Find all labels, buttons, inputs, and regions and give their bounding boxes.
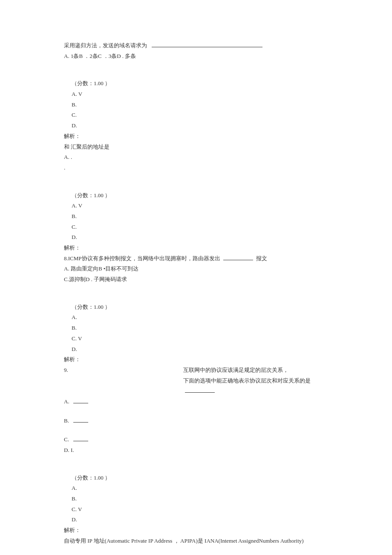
q7-dot: . <box>64 163 328 173</box>
q6-choice-a: A. V <box>64 89 328 100</box>
footer-text: 自动专用 IP 地址(Automatic Private IP Address … <box>64 536 328 546</box>
q6-stem: 采用递归方法，发送的域名请求为 <box>64 40 328 51</box>
q8-score: （分数：1.00 ） <box>64 302 328 313</box>
q6-stem-text: 采用递归方法，发送的域名请求为 <box>64 42 147 49</box>
q9-jiexi: 解析： <box>64 525 328 536</box>
q7-choice-d: D. <box>64 232 328 243</box>
q9-choice-b: B. <box>64 494 328 504</box>
q9-score: （分数：1.00 ） <box>64 473 328 483</box>
q6-choice-b: B. <box>64 100 328 110</box>
q8-line2: A. 路由重定向B •目标不可到达 <box>64 264 328 274</box>
q9-opt-c: C. <box>64 434 328 445</box>
q9-right2-text: 下面的选项中能正确地表示协议层次和对应关系的是 <box>183 377 311 384</box>
blank-line <box>185 392 215 393</box>
blank-line <box>73 422 88 423</box>
q6-choice-d: D. <box>64 121 328 131</box>
q6-jiexi: 解析： <box>64 131 328 142</box>
q7-jiexi: 解析： <box>64 243 328 253</box>
q9-row1: 9. 互联网中的协议应该满足规定的层次关系， <box>64 365 328 376</box>
q8-jiexi: 解析： <box>64 354 328 365</box>
q8-choice-d: D. <box>64 344 328 355</box>
q9-opt-d: D. I. <box>64 445 328 456</box>
blank-line <box>223 260 253 260</box>
q9-choice-c: C. V <box>64 504 328 515</box>
q9-opt-a-label: A. <box>64 398 69 405</box>
q8-choice-c: C. V <box>64 334 328 344</box>
q6-options-line: A. 1条B ．2条C ．3条D . 多条 <box>64 51 328 62</box>
q9-opt-c-label: C. <box>64 436 69 443</box>
q9-opt-a: A. <box>64 397 328 407</box>
q7-choice-b: B. <box>64 211 328 222</box>
q9-row2: 下面的选项中能正确地表示协议层次和对应关系的是 <box>64 376 328 397</box>
q6-score: （分数：1.00 ） <box>64 78 328 89</box>
q8-choice-a: A. <box>64 312 328 323</box>
q9-right2: 下面的选项中能正确地表示协议层次和对应关系的是 <box>183 376 328 397</box>
q7-choice-a: A. V <box>64 201 328 211</box>
q8-line3: C.源抑制D . 子网掩码请求 <box>64 274 328 285</box>
q9-number: 9. <box>64 365 183 376</box>
q8-stem-part2: 报文 <box>256 255 267 262</box>
blank-line <box>73 441 88 441</box>
blank-line <box>152 47 262 47</box>
q9-choice-d: D. <box>64 515 328 525</box>
q9-opt-b-label: B. <box>64 417 69 424</box>
q8-choice-b: B. <box>64 323 328 334</box>
q7-choice-c: C. <box>64 222 328 233</box>
q9-opt-b: B. <box>64 416 328 426</box>
q8-stem-part1: 8.ICMP协议有多种控制报文，当网络中出现拥塞时，路由器发出 <box>64 255 220 262</box>
q8-stem: 8.ICMP协议有多种控制报文，当网络中出现拥塞时，路由器发出 报文 <box>64 253 328 264</box>
q6-choice-c: C. <box>64 110 328 121</box>
q7-opt-a: A. . <box>64 152 328 163</box>
q7-stem: 和 汇聚后的地址是 <box>64 142 328 152</box>
q7-score: （分数：1.00 ） <box>64 190 328 201</box>
q9-choice-a: A. <box>64 483 328 494</box>
q9-right1: 互联网中的协议应该满足规定的层次关系， <box>183 365 328 376</box>
blank-line <box>73 403 88 403</box>
